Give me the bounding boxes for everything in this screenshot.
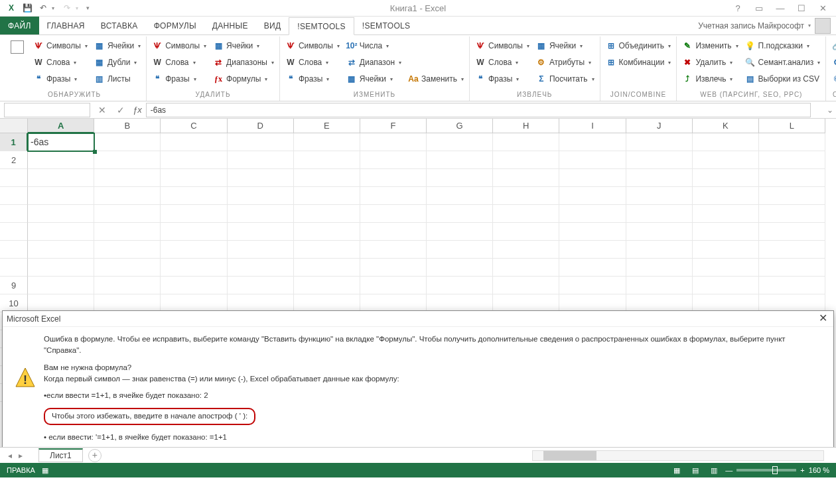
cell-F [interactable] [360, 241, 427, 259]
cell-F [interactable] [360, 169, 427, 187]
cell-H [interactable] [493, 241, 559, 259]
cell-C [interactable] [161, 187, 227, 205]
cell-G [interactable] [427, 169, 493, 187]
ribbon-фразы[interactable]: ❝Фразы▾ [475, 71, 529, 87]
cell-B [interactable] [94, 241, 161, 259]
cell-K [interactable] [693, 187, 759, 205]
cell-A2[interactable] [28, 151, 94, 169]
ribbon-диапазон[interactable]: ⇄Диапазон▾ [346, 54, 401, 70]
row-head- [interactable] [0, 187, 28, 205]
ribbon-фразы[interactable]: ❝Фразы▾ [285, 71, 340, 87]
row-head- [interactable] [0, 223, 28, 241]
redo-dd[interactable]: ▾ [76, 5, 82, 11]
ribbon-объединить[interactable]: ⊞Объединить▾ [606, 38, 671, 54]
cell-L9[interactable] [759, 277, 825, 294]
cell-B9[interactable] [94, 277, 161, 294]
cell-K [interactable] [693, 241, 759, 259]
cell-G [interactable] [427, 223, 493, 241]
cell-J [interactable] [626, 205, 693, 223]
cell-A10[interactable] [28, 294, 94, 312]
row-head- [interactable] [0, 205, 28, 223]
cell-D [interactable] [228, 241, 294, 259]
cell-J1[interactable] [626, 133, 693, 151]
col-head-B[interactable]: B [94, 119, 161, 133]
ribbon-ячейки[interactable]: ▦Ячейки▾ [346, 71, 401, 87]
cell-D [interactable] [228, 223, 294, 241]
cell-C9[interactable] [161, 277, 227, 294]
expand-formula-icon[interactable]: ⌄ [824, 105, 836, 115]
tab-файл[interactable]: ФАЙЛ [0, 17, 39, 34]
ribbon-фразы[interactable]: ❝Фразы▾ [152, 71, 206, 87]
zoom-slider[interactable] [736, 469, 796, 472]
cell-E2[interactable] [294, 151, 360, 169]
col-head-D[interactable]: D [228, 119, 294, 133]
cell-G10[interactable] [427, 294, 493, 312]
ribbon-символы[interactable]: ѰСимволы▾ [285, 38, 340, 54]
row-head-9[interactable]: 9 [0, 277, 28, 294]
cell-L [interactable] [759, 205, 825, 223]
cell-A1[interactable]: -6as [28, 133, 94, 151]
cell-I [interactable] [559, 205, 626, 223]
row-head- [interactable] [0, 259, 28, 277]
cell-H [interactable] [493, 259, 559, 277]
cell-I [interactable] [559, 259, 626, 277]
tab-вид[interactable]: ВИД [256, 17, 289, 34]
tab-главная[interactable]: ГЛАВНАЯ [39, 17, 93, 34]
col-head-E[interactable]: E [294, 119, 360, 133]
cell-K [interactable] [693, 169, 759, 187]
cell-H2[interactable] [493, 151, 559, 169]
cell-B [interactable] [94, 205, 161, 223]
cell-E [interactable] [294, 169, 360, 187]
cell-G [interactable] [427, 241, 493, 259]
macro-record-icon[interactable]: ▦ [42, 466, 48, 475]
cell-H [interactable] [493, 205, 559, 223]
ribbon-bigbox[interactable] [8, 38, 27, 91]
ribbon-символы[interactable]: ѰСимволы▾ [33, 38, 88, 54]
account-dd[interactable]: ▾ [808, 23, 811, 29]
ribbon-изменить[interactable]: ✎Изменить▾ [682, 38, 738, 54]
cell-I10[interactable] [559, 294, 626, 312]
ribbon-символы[interactable]: ѰСимволы▾ [152, 38, 206, 54]
ribbon-ссылки[interactable]: 🔗Ссылки▾ [831, 38, 836, 54]
ribbon-слова[interactable]: WСлова▾ [33, 54, 88, 70]
cell-F2[interactable] [360, 151, 427, 169]
cell-L [interactable] [759, 241, 825, 259]
view-pagelayout-icon[interactable]: ▤ [688, 464, 703, 476]
cell-A [interactable] [28, 187, 94, 205]
ribbon-листы[interactable]: ▥Листы [94, 71, 141, 87]
cell-B [interactable] [94, 187, 161, 205]
cell-K [interactable] [693, 223, 759, 241]
tab-формулы[interactable]: ФОРМУЛЫ [146, 17, 204, 34]
cell-L1[interactable] [759, 133, 825, 151]
sheet-prev-icon[interactable]: ◂ [5, 451, 15, 460]
ribbon-ячейки[interactable]: ▦Ячейки▾ [536, 38, 594, 54]
cell-H9[interactable] [493, 277, 559, 294]
row-head- [interactable] [0, 241, 28, 259]
fill-handle[interactable] [93, 150, 97, 154]
cell-K [interactable] [693, 259, 759, 277]
cell-G2[interactable] [427, 151, 493, 169]
undo-dd[interactable]: ▾ [52, 5, 58, 11]
col-head-L[interactable]: L [759, 119, 825, 133]
ribbon-заменить[interactable]: AaЗаменить▾ [408, 71, 464, 87]
cell-F [interactable] [360, 223, 427, 241]
cell-D1[interactable] [228, 133, 294, 151]
ribbon-слова[interactable]: WСлова▾ [152, 54, 206, 70]
cell-A [interactable] [28, 169, 94, 187]
row-head- [interactable] [0, 169, 28, 187]
cell-I [interactable] [559, 169, 626, 187]
cell-E [interactable] [294, 259, 360, 277]
ribbon-извлечь[interactable]: ⤴Извлечь▾ [682, 71, 738, 87]
ribbon-дубли[interactable]: ▦Дубли▾ [94, 54, 141, 70]
cell-D [interactable] [228, 169, 294, 187]
cell-H [interactable] [493, 223, 559, 241]
ribbon-п.подсказки[interactable]: 💡П.подсказки▾ [745, 38, 821, 54]
col-head-G[interactable]: G [427, 119, 493, 133]
cell-D2[interactable] [228, 151, 294, 169]
cell-J [interactable] [626, 223, 693, 241]
ribbon-комбинации[interactable]: ⊞Комбинации▾ [606, 54, 671, 70]
cell-A [interactable] [28, 241, 94, 259]
cell-D [interactable] [228, 205, 294, 223]
cell-K2[interactable] [693, 151, 759, 169]
add-sheet-icon[interactable]: + [88, 449, 102, 462]
